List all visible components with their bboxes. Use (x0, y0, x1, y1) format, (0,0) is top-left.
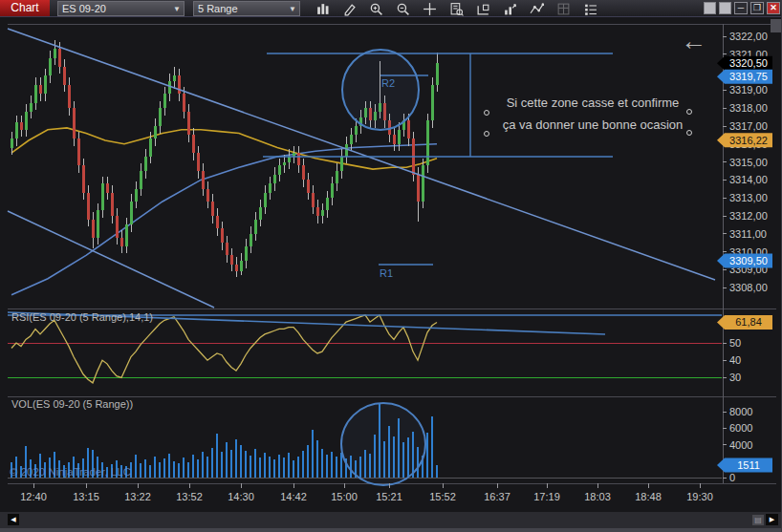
price-tick-label: 3314,00 (729, 174, 768, 185)
time-tick-label: 14:42 (280, 491, 307, 502)
indicators-icon[interactable] (503, 2, 517, 16)
time-tick-label: 13:52 (176, 491, 203, 502)
instrument-dropdown[interactable]: ES 09-20 ▼ (57, 1, 185, 16)
volume-bar (264, 453, 266, 478)
chart-trader-icon[interactable] (449, 2, 464, 16)
rsi-tick-label: 30 (729, 372, 741, 383)
candle-body (163, 94, 166, 108)
trendline-lower[interactable] (8, 211, 214, 308)
axis-scroll-thumb[interactable] (771, 19, 782, 32)
price-ellipse-drawing[interactable] (342, 50, 419, 130)
volume-bar (87, 448, 89, 478)
time-tick-label: 17:19 (533, 491, 560, 502)
candle-body (197, 153, 200, 171)
scroll-to-latest-arrow-icon[interactable]: ← (681, 30, 706, 53)
rsi-tick-label: 50 (729, 337, 741, 349)
badge-value: 3316,22 (729, 135, 768, 146)
volume-bar (111, 464, 113, 478)
volume-bar (11, 462, 12, 478)
volume-bar (269, 457, 271, 478)
minimize-button[interactable]: ─ (734, 2, 748, 14)
text-annotation[interactable]: Si cette zone casse et confirme ça va do… (489, 92, 696, 136)
candle-body (302, 165, 305, 180)
volume-bar (250, 456, 251, 478)
zoom-in-icon[interactable] (369, 2, 383, 16)
price-tick-label: 3312,00 (729, 210, 768, 222)
candle-body (211, 202, 214, 216)
instrument-link-button[interactable] (704, 2, 716, 14)
badge-value: 3319,75 (729, 71, 768, 82)
volume-bar (149, 465, 151, 478)
volume-bar (211, 448, 213, 478)
candle-body (321, 210, 324, 216)
vol-tick-label: 4000 (729, 439, 752, 451)
volume-bar (431, 416, 433, 478)
volume-ellipse-drawing[interactable] (341, 403, 425, 485)
maximize-button[interactable]: ❐ (750, 2, 764, 14)
volume-bar (259, 458, 261, 478)
volume-bar (77, 463, 79, 478)
candle-body (407, 120, 410, 138)
scroll-right-button[interactable]: ▶ (766, 514, 778, 525)
candle-body (63, 67, 66, 85)
candle-body (264, 193, 267, 207)
candle-body (68, 85, 71, 108)
volume-bar (154, 457, 156, 478)
crosshair-icon[interactable] (423, 2, 437, 16)
tab-chart[interactable]: Chart (0, 0, 50, 16)
volume-bar (20, 466, 22, 478)
candle-body (230, 255, 233, 264)
interval-dropdown[interactable]: 5 Range ▼ (193, 1, 300, 16)
candle-body (393, 135, 396, 143)
volume-bar (120, 465, 122, 478)
candle-body (355, 126, 358, 135)
close-button[interactable]: ✕ (767, 2, 780, 14)
data-grid-icon[interactable] (556, 2, 571, 16)
toolbar: Chart ES 09-20 ▼ 5 Range ▼ ─ ❐ ✕ (0, 0, 782, 17)
candle-body (269, 183, 272, 192)
candle-body (316, 207, 319, 216)
badge-value: 3320,50 (729, 57, 768, 69)
interval-link-button[interactable] (719, 2, 731, 14)
time-axis[interactable] (33, 483, 700, 488)
candle-body (34, 85, 37, 103)
price-tick-label: 3319,00 (729, 84, 768, 96)
chart-style-icon[interactable] (315, 2, 330, 16)
region-icon[interactable] (476, 2, 490, 16)
chart-window: Chart ES 09-20 ▼ 5 Range ▼ ─ ❐ ✕ R2R1330… (0, 0, 782, 532)
draw-icon[interactable] (342, 2, 357, 16)
volume-bar (302, 451, 304, 478)
candle-body (278, 165, 281, 174)
price-tick-label: 3308,00 (729, 282, 768, 293)
properties-icon[interactable] (583, 2, 597, 16)
candle-body (422, 165, 424, 202)
toolbar-icons (315, 1, 597, 16)
scroll-left-button[interactable]: ◀ (8, 514, 19, 525)
volume-bar (293, 460, 294, 478)
price-tick-label: 3317,00 (729, 120, 768, 132)
annotation-handle[interactable] (686, 130, 692, 136)
drawing-tools-icon[interactable] (530, 2, 544, 16)
volume-bar (163, 458, 165, 478)
candle-body (273, 175, 276, 183)
annotation-handle[interactable] (686, 109, 692, 115)
candle-body (106, 183, 109, 192)
candle-body (326, 198, 329, 210)
candle-body (259, 207, 262, 220)
zoom-out-icon[interactable] (396, 2, 410, 16)
annotation-handle[interactable] (484, 110, 489, 116)
candle-body (250, 234, 252, 246)
volume-bar (68, 462, 70, 478)
volume-bar (144, 459, 146, 478)
horizontal-scrollbar[interactable]: ◀ ▤ ▶ (0, 512, 782, 528)
chevron-down-icon: ▼ (173, 2, 181, 16)
annotation-line-2: ça va donner une bonne ocasion (489, 114, 696, 136)
volume-bar (39, 454, 41, 478)
candle-body (135, 189, 138, 202)
axis-badge-3320,50: 3320,50 (717, 56, 772, 71)
volume-bar (15, 457, 17, 478)
annotation-handle[interactable] (484, 131, 489, 137)
volume-bar (197, 459, 199, 478)
grid-toggle-icon[interactable]: ▤ (752, 515, 764, 525)
time-tick-label: 12:40 (20, 491, 47, 502)
